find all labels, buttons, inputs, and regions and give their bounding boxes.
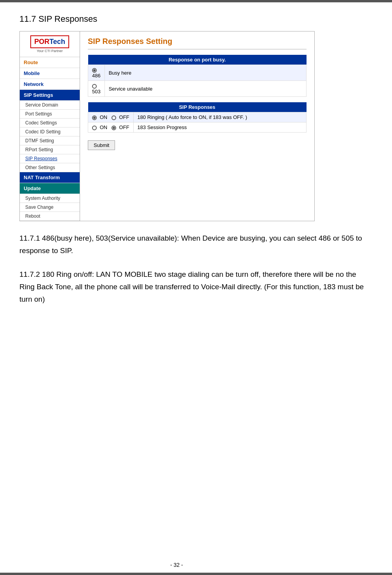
sidebar-item-codec-id[interactable]: Codec ID Setting: [20, 128, 80, 136]
logo-area: PORTech Your CTI Partner: [20, 31, 80, 57]
radio-486[interactable]: [92, 68, 97, 73]
sidebar-item-mobile[interactable]: Mobile: [20, 68, 80, 79]
label-off-1: OFF: [119, 114, 129, 120]
sidebar: PORTech Your CTI Partner Route Mobile Ne…: [20, 31, 80, 221]
desc-183: 183 Session Progress: [133, 122, 306, 133]
label-on-2: ON: [100, 124, 108, 130]
page-number: - 32 -: [0, 562, 353, 568]
logo-box: PORTech: [30, 35, 69, 48]
label-off-2: OFF: [119, 124, 129, 130]
desc-503: Service unavailable: [105, 81, 306, 97]
sidebar-item-reboot[interactable]: Reboot: [20, 212, 80, 221]
label-on-1: ON: [100, 114, 108, 120]
sidebar-item-rport[interactable]: RPort Setting: [20, 145, 80, 154]
radio-180-on[interactable]: [92, 115, 97, 120]
sidebar-item-port-settings[interactable]: Port Settings: [20, 110, 80, 119]
body-text-1171: 11.7.1 486(busy here), 503(Service unava…: [19, 232, 373, 257]
ui-panel: PORTech Your CTI Partner Route Mobile Ne…: [19, 31, 315, 221]
main-area: SIP Responses Setting Response on port b…: [80, 31, 314, 221]
desc-180: 180 Ringing ( Auto force to ON, if 183 w…: [133, 112, 306, 122]
logo-sub: Your CTI Partner: [23, 49, 77, 53]
sidebar-item-codec-settings[interactable]: Codec Settings: [20, 119, 80, 128]
sidebar-item-service-domain[interactable]: Service Domain: [20, 101, 80, 110]
sip-responses-table: SIP Responses ON OFF 180 Ringing ( Auto …: [88, 102, 307, 133]
page-title: 11.7 SIP Responses: [19, 14, 373, 24]
sidebar-item-update[interactable]: Update: [20, 183, 80, 194]
sidebar-item-save-change[interactable]: Save Change: [20, 203, 80, 212]
table-row: 503 Service unavailable: [88, 81, 307, 97]
radio-183-on[interactable]: [92, 126, 97, 130]
sidebar-item-dtmf[interactable]: DTMF Setting: [20, 136, 80, 145]
port-busy-table: Response on port busy. 486 Busy here: [88, 55, 307, 97]
submit-button[interactable]: Submit: [88, 140, 115, 150]
radio-183-off[interactable]: [112, 126, 116, 130]
radio-180-off[interactable]: [112, 115, 116, 120]
body-section-1172: 11.7.2 180 Ring on/off: LAN TO MOBILE tw…: [19, 268, 373, 306]
sidebar-item-system-authority[interactable]: System Authority: [20, 194, 80, 203]
sidebar-item-sip-responses[interactable]: SIP Responses: [20, 154, 80, 163]
submit-area: Submit: [88, 138, 307, 150]
sidebar-item-route[interactable]: Route: [20, 57, 80, 68]
sidebar-item-other-settings[interactable]: Other Settings: [20, 163, 80, 172]
logo-tech: Tech: [49, 38, 65, 45]
body-section-1171: 11.7.1 486(busy here), 503(Service unava…: [19, 232, 373, 257]
desc-486: Busy here: [105, 65, 306, 81]
code-503: 503: [92, 89, 101, 94]
code-486: 486: [92, 73, 101, 79]
sidebar-item-sip-settings[interactable]: SIP Settings: [20, 90, 80, 101]
main-title: SIP Responses Setting: [88, 37, 307, 49]
port-busy-header: Response on port busy.: [88, 55, 307, 65]
table-row: 486 Busy here: [88, 65, 307, 81]
radio-503[interactable]: [92, 84, 97, 89]
logo-port: POR: [34, 38, 49, 45]
sip-responses-header: SIP Responses: [88, 102, 307, 112]
table-row: ON OFF 180 Ringing ( Auto force to ON, i…: [88, 112, 307, 122]
table-row: ON OFF 183 Session Progress: [88, 122, 307, 133]
body-text-1172: 11.7.2 180 Ring on/off: LAN TO MOBILE tw…: [19, 268, 373, 306]
sidebar-item-nat-transform[interactable]: NAT Transform: [20, 172, 80, 183]
sidebar-item-network[interactable]: Network: [20, 79, 80, 90]
